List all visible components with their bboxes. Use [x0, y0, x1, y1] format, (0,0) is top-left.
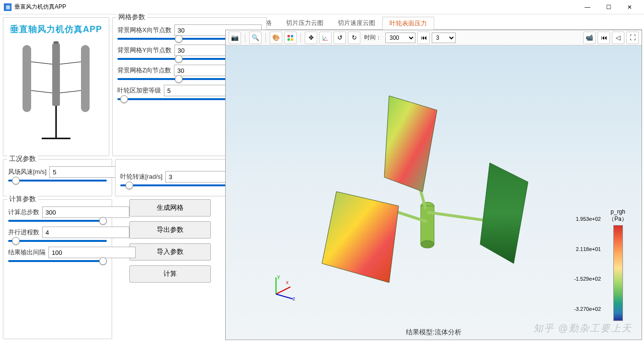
cond-title: 工况参数 [7, 155, 38, 163]
wind-slider[interactable] [8, 180, 107, 182]
out-slider[interactable] [8, 260, 107, 262]
svg-text:y: y [277, 274, 280, 279]
app-title: 垂直轴风力机仿真APP [10, 23, 102, 35]
refine-label: 叶轮区加密等级 [117, 86, 161, 95]
generate-mesh-button[interactable]: 生成网格 [129, 199, 211, 217]
viewer-toolbar: 📷 🔍 🎨 ✥ ↺ ↻ 时间： 300 ⏮ 3 📹 ⏮ ◁ ⛶ [226, 30, 642, 46]
move-icon[interactable]: ✥ [305, 32, 317, 44]
time-label: 时间： [364, 34, 381, 42]
tab-slice-velocity[interactable]: 切片速度云图 [331, 16, 382, 29]
svg-line-7 [60, 62, 81, 64]
svg-rect-10 [288, 35, 290, 37]
svg-line-6 [31, 91, 52, 93]
svg-rect-4 [81, 45, 90, 112]
colorbar-mid2: -1.529e+02 [574, 276, 601, 282]
wind-label: 风场风速[m/s] [8, 168, 46, 176]
window-title: 垂直风力机仿真APP [14, 3, 577, 11]
expand-icon[interactable]: ⛶ [626, 32, 639, 44]
frame-select[interactable]: 3 [432, 33, 456, 43]
turbine-render [288, 72, 538, 302]
steps-label: 计算总步数 [8, 208, 39, 217]
svg-rect-11 [291, 35, 293, 37]
colorbar-max: 1.953e+02 [574, 216, 601, 222]
app-icon: ▦ [4, 3, 12, 11]
svg-point-19 [421, 240, 434, 248]
procs-input[interactable] [42, 227, 129, 238]
svg-line-28 [276, 287, 290, 294]
tab-surface-pressure[interactable]: 叶轮表面压力 [382, 17, 434, 30]
video-icon[interactable]: 📹 [583, 32, 596, 44]
bg-x-label: 背景网格X向节点数 [117, 26, 172, 34]
svg-rect-13 [291, 38, 293, 41]
procs-slider[interactable] [8, 240, 107, 242]
rotate-left-icon[interactable]: ↺ [334, 32, 346, 44]
close-button[interactable]: ✕ [619, 0, 640, 14]
svg-rect-3 [23, 45, 31, 112]
steps-input[interactable] [42, 206, 129, 218]
condition-panel: 工况参数 风场风速[m/s] [3, 159, 112, 196]
camera-icon[interactable]: 📷 [229, 32, 241, 44]
mesh-panel-title: 网格参数 [116, 13, 147, 22]
export-params-button[interactable]: 导出参数 [129, 221, 211, 239]
colorbar-gradient [613, 225, 623, 321]
prev-frame-icon[interactable]: ◁ [612, 32, 624, 44]
out-input[interactable] [48, 247, 136, 258]
axis-gizmo: y x z [269, 273, 298, 301]
svg-marker-25 [480, 163, 528, 263]
svg-rect-12 [288, 38, 290, 41]
compute-button[interactable]: 计算 [129, 265, 211, 283]
svg-rect-2 [52, 44, 60, 106]
svg-line-16 [323, 37, 326, 40]
titlebar: ▦ 垂直风力机仿真APP — ☐ ✕ [0, 0, 644, 14]
turbine-diagram [8, 38, 104, 143]
colorbar-unit: （Pa） [609, 216, 627, 222]
steps-slider[interactable] [8, 220, 107, 222]
calc-panel: 计算参数 计算总步数 并行进程数 结果输出间隔 [3, 199, 112, 339]
svg-marker-24 [384, 96, 437, 192]
cube-icon[interactable] [284, 32, 297, 44]
svg-marker-23 [322, 192, 399, 283]
action-buttons: 生成网格 导出参数 导入参数 计算 [115, 199, 225, 339]
watermark: 知乎 @勤杂工要上天 [533, 322, 632, 335]
calc-title: 计算参数 [7, 195, 38, 204]
axis-icon[interactable] [319, 32, 332, 44]
colorbar-min: -3.270e+02 [574, 306, 601, 312]
rewind-icon[interactable]: ⏮ [417, 32, 430, 44]
viewer: 📷 🔍 🎨 ✥ ↺ ↻ 时间： 300 ⏮ 3 📹 ⏮ ◁ ⛶ [225, 30, 642, 340]
zoom-icon[interactable]: 🔍 [249, 32, 262, 44]
procs-label: 并行进程数 [8, 228, 39, 237]
svg-line-5 [31, 62, 52, 64]
minimize-button[interactable]: — [577, 0, 598, 14]
out-label: 结果输出间隔 [8, 248, 46, 257]
svg-text:x: x [286, 280, 288, 285]
colorbar-name: p_rgh [610, 208, 625, 215]
tab-slice-pressure[interactable]: 切片压力云图 [279, 16, 331, 29]
svg-line-8 [60, 91, 81, 93]
colorbar: p_rgh（Pa） 1.953e+02 2.118e+01 -1.529e+02… [609, 208, 627, 321]
result-tabs: 几何 网格 切片压力云图 切片速度云图 叶轮表面压力 [225, 16, 642, 30]
bg-z-label: 背景网格Z向节点数 [117, 66, 171, 75]
rotate-right-icon[interactable]: ↻ [348, 32, 360, 44]
import-params-button[interactable]: 导入参数 [129, 243, 211, 261]
render-canvas[interactable]: y x z p_rgh（Pa） 1.953e+02 2.118e+01 -1.5… [226, 46, 642, 340]
palette-icon[interactable]: 🎨 [270, 32, 282, 44]
colorbar-mid1: 2.118e+01 [574, 246, 601, 252]
rot-label: 叶轮转速[rad/s] [120, 172, 162, 181]
bg-y-label: 背景网格Y向节点数 [117, 46, 172, 55]
svg-line-30 [276, 294, 293, 299]
result-model-label: 结果模型:流体分析 [406, 328, 461, 337]
svg-text:z: z [293, 296, 295, 301]
maximize-button[interactable]: ☐ [598, 0, 619, 14]
first-frame-icon[interactable]: ⏮ [598, 32, 610, 44]
time-select[interactable]: 300 [385, 33, 415, 43]
logo-panel: 垂直轴风力机仿真APP [3, 17, 109, 156]
